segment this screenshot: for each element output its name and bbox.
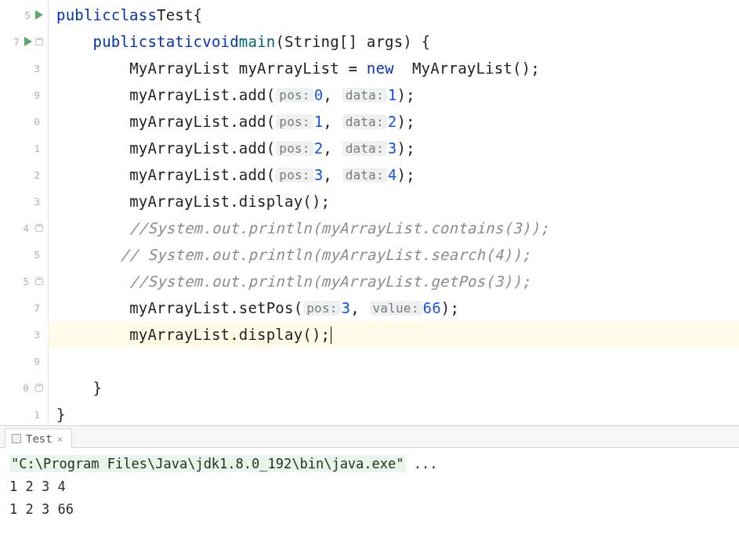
- run-icon[interactable]: [24, 37, 32, 46]
- console-command-line: "C:\Program Files\Java\jdk1.8.0_192\bin\…: [9, 453, 730, 475]
- line-number: 4: [18, 222, 29, 234]
- line-number: 3: [29, 196, 40, 208]
- param-hint: pos:: [276, 141, 313, 156]
- code-editor[interactable]: public class Test { public static void m…: [49, 0, 739, 425]
- line-number: 5: [18, 276, 29, 287]
- line-number: 5: [20, 9, 31, 21]
- param-hint: value:: [370, 301, 422, 316]
- code-line[interactable]: MyArrayList myArrayList = new MyArrayLis…: [49, 55, 739, 81]
- param-hint: data:: [342, 141, 387, 156]
- gutter: 5 7 3 9 0 1 2 3 4 5 5 7 3 9 0 1: [0, 0, 49, 425]
- code-line[interactable]: myArrayList.display();: [49, 188, 739, 215]
- line-number: 3: [29, 329, 40, 341]
- console-output-line: 1 2 3 66: [9, 498, 730, 521]
- code-line[interactable]: // System.out.println(myArrayList.search…: [49, 241, 739, 268]
- console-tab-bar: Test ×: [0, 426, 739, 448]
- line-number: 5: [29, 249, 40, 261]
- editor-area: 5 7 3 9 0 1 2 3 4 5 5 7 3 9 0 1 public c…: [0, 0, 739, 426]
- gutter-row[interactable]: 5: [0, 2, 48, 28]
- line-number: 2: [29, 169, 40, 181]
- run-icon[interactable]: [35, 10, 43, 20]
- code-line-current[interactable]: myArrayList.display();: [49, 321, 739, 348]
- fold-minus-icon[interactable]: [35, 277, 43, 285]
- line-number: 9: [29, 356, 40, 367]
- console-tab-title: Test: [26, 432, 53, 445]
- line-number: 0: [29, 116, 40, 128]
- close-icon[interactable]: ×: [57, 433, 63, 445]
- code-line[interactable]: public static void main(String[] args) {: [49, 28, 739, 55]
- code-line[interactable]: myArrayList.add( pos: 0, data: 1);: [49, 81, 739, 108]
- gutter-row[interactable]: 7: [0, 28, 48, 55]
- code-line[interactable]: public class Test {: [49, 2, 739, 28]
- code-line[interactable]: myArrayList.add( pos: 1, data: 2);: [49, 108, 739, 135]
- param-hint: pos:: [303, 301, 340, 316]
- code-line[interactable]: myArrayList.add( pos: 2, data: 3);: [49, 135, 739, 161]
- code-line[interactable]: myArrayList.setPos( pos: 3, value: 66);: [49, 294, 739, 321]
- code-line[interactable]: }: [49, 374, 739, 401]
- line-number: 0: [18, 382, 29, 394]
- fold-minus-icon[interactable]: [35, 38, 43, 45]
- line-number: 7: [9, 36, 20, 48]
- console-tab-test[interactable]: Test ×: [5, 428, 72, 448]
- console-panel: Test × "C:\Program Files\Java\jdk1.8.0_1…: [0, 426, 739, 560]
- text-caret: [330, 325, 331, 344]
- param-hint: pos:: [276, 114, 313, 129]
- code-line[interactable]: [49, 348, 739, 374]
- line-number: 1: [29, 409, 40, 421]
- run-config-icon: [12, 434, 21, 443]
- param-hint: data:: [342, 114, 387, 129]
- line-number: 9: [29, 89, 40, 101]
- console-output-line: 1 2 3 4: [9, 475, 730, 498]
- param-hint: pos:: [276, 88, 313, 103]
- line-number: 3: [29, 63, 40, 74]
- code-line[interactable]: //System.out.println(myArrayList.contain…: [49, 215, 739, 241]
- console-output[interactable]: "C:\Program Files\Java\jdk1.8.0_192\bin\…: [0, 448, 739, 560]
- param-hint: data:: [342, 168, 387, 182]
- line-number: 1: [29, 143, 40, 154]
- code-line[interactable]: }: [49, 401, 739, 425]
- line-number: 7: [29, 302, 40, 314]
- fold-minus-icon[interactable]: [35, 384, 43, 392]
- code-line[interactable]: //System.out.println(myArrayList.getPos(…: [49, 268, 739, 294]
- code-line[interactable]: myArrayList.add( pos: 3, data: 4);: [49, 161, 739, 188]
- param-hint: data:: [342, 88, 387, 103]
- fold-minus-icon[interactable]: [35, 224, 43, 232]
- param-hint: pos:: [276, 168, 313, 182]
